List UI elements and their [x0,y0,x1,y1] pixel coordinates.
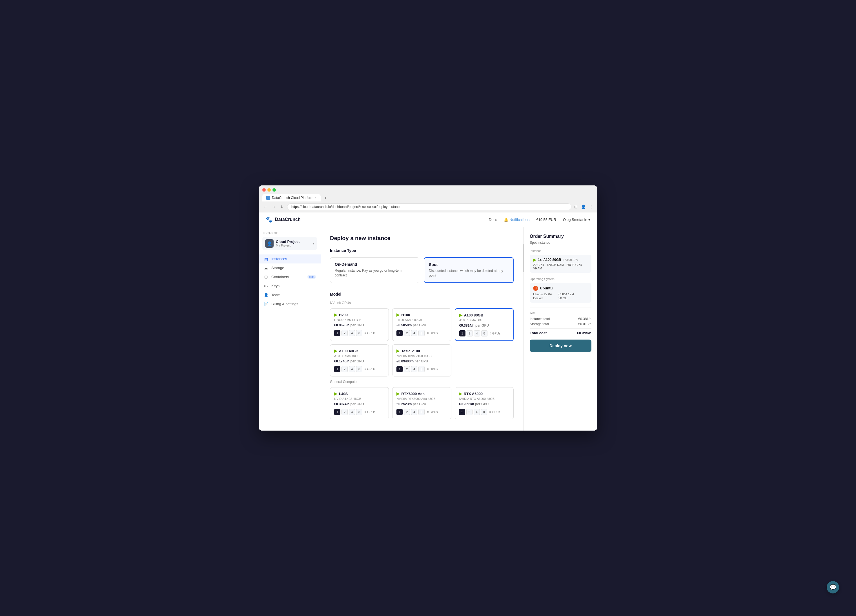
sidebar-item-instances[interactable]: ▤ Instances [259,254,321,263]
h200-sub: H200 SXM5 141GB [334,318,385,322]
sidebar-item-billing[interactable]: 📄 Billing & settings [259,300,321,308]
forward-button[interactable]: → [271,204,277,209]
keys-icon: 🗝 [263,284,268,288]
app-header: 🐾 DataCrunch Docs 🔔 Notifications €19.55… [259,213,597,227]
a100-40gb-gpu-2[interactable]: 2 [342,366,348,372]
minimize-button[interactable] [267,188,271,192]
chat-button[interactable]: 💬 [827,581,839,593]
sidebar-item-storage[interactable]: ☁ Storage [259,263,321,273]
new-tab-button[interactable]: + [322,194,329,202]
l40s-gpu-2[interactable]: 2 [342,409,348,415]
order-os-section: Operating System U Ubuntu Ubuntu 22.04 D… [530,277,591,303]
docs-link[interactable]: Docs [489,217,497,222]
a100-40gb-gpu-4[interactable]: 4 [349,366,355,372]
storage-total-value: €0.013/h [578,322,591,326]
a100-80gb-gpu-4[interactable]: 4 [474,330,480,336]
sidebar-item-keys[interactable]: 🗝 Keys [259,282,321,291]
tesla-v100-gpu-2[interactable]: 2 [404,366,410,372]
h200-gpu-options: 1 2 4 8 # GPUs [334,330,385,336]
model-card-h100[interactable]: ▶ H100 H100 SXM5 80GB €0.5050/h per GPU … [392,308,451,341]
spot-desc: Discounted instance which may be deleted… [429,268,509,278]
order-os-label: Operating System [530,277,591,281]
project-selector[interactable]: 👤 Cloud Project My Project ▾ [262,237,317,250]
rtx6000-ada-gpu-4[interactable]: 4 [411,409,417,415]
tab-title: DataCrunch Cloud Platform [272,196,313,200]
h200-gpu-4[interactable]: 4 [349,330,355,336]
tesla-v100-gpu-options: 1 2 4 8 # GPUs [396,366,447,372]
refresh-button[interactable]: ↻ [279,204,285,209]
h200-name: H200 [339,313,348,317]
tesla-v100-gpu-4[interactable]: 4 [411,366,417,372]
a100-40gb-price: €0.1745/h per GPU [334,359,385,363]
main-content: Deploy a new instance Instance Type On-D… [321,227,523,431]
rtx6000-ada-gpu-1[interactable]: 1 [396,409,403,415]
rtx-a6000-sub: NVIDIA RTX A6000 48GB [459,397,510,400]
a100-80gb-gpu-1[interactable]: 1 [459,330,465,336]
tesla-v100-gpu-8[interactable]: 8 [419,366,425,372]
tesla-v100-gpu-1[interactable]: 1 [396,366,403,372]
model-card-tesla-v100[interactable]: ▶ Tesla V100 NVIDIA Tesla V100 16GB €0.0… [392,344,451,376]
ubuntu-icon: U [533,286,538,291]
model-card-rtx6000-ada[interactable]: ▶ RTX6000 Ada NVIDIA RTX6000 Ada 48GB €0… [392,387,451,419]
close-button[interactable] [262,188,266,192]
order-total-section: Total Instance total €0.381/h Storage to… [530,307,591,335]
notifications-link[interactable]: 🔔 Notifications [504,217,530,222]
model-card-a100-40gb[interactable]: ▶ A100 40GB A100 SXM4 40GB €0.1745/h per… [330,344,389,376]
on-demand-card[interactable]: On-Demand Regular instance. Pay as you g… [330,257,419,283]
model-card-l40s[interactable]: ▶ L40S NVIDIA L40S 48GB €0.3074/h per GP… [330,387,389,419]
menu-button[interactable]: ⋮ [589,204,594,209]
l40s-gpu-8[interactable]: 8 [356,409,362,415]
h200-gpu-8[interactable]: 8 [356,330,362,336]
deploy-now-button[interactable]: Deploy now [530,340,591,352]
extensions-button[interactable]: ⊞ [574,204,578,209]
a100-80gb-gpu-2[interactable]: 2 [466,330,473,336]
maximize-button[interactable] [273,188,276,192]
user-menu[interactable]: Oleg Smetanin ▾ [563,217,590,222]
instance-total-label: Instance total [530,317,550,321]
a100-40gb-gpu-1[interactable]: 1 [334,366,340,372]
model-card-a100-80gb[interactable]: ▶ A100 80GB A100 SXM4 80GB €0.3814/h per… [455,308,514,341]
model-card-h200[interactable]: ▶ H200 H200 SXM5 141GB €0.9620/h per GPU… [330,308,389,341]
a100-80gb-gpu-8[interactable]: 8 [481,330,488,336]
tesla-v100-gpu-label: # GPUs [427,368,438,371]
l40s-gpu-options: 1 2 4 8 # GPUs [334,409,385,415]
tesla-v100-sub: NVIDIA Tesla V100 16GB [396,354,447,357]
sidebar-item-team[interactable]: 👤 Team [259,291,321,300]
l40s-gpu-4[interactable]: 4 [349,409,355,415]
address-bar[interactable] [287,203,571,210]
order-os-col-1: Ubuntu 22.04 Docker [533,293,552,300]
a100-40gb-name: A100 40GB [339,349,359,353]
storage-total-label: Storage total [530,322,549,326]
order-instance-section: Instance ▶ 1x A100 80GB 1A100.22V 22 CPU… [530,249,591,273]
model-card-rtx-a6000[interactable]: ▶ RTX A6000 NVIDIA RTX A6000 48GB €0.209… [455,387,514,419]
spot-card[interactable]: Spot Discounted instance which may be de… [424,257,514,283]
h100-gpu-4[interactable]: 4 [411,330,417,336]
profile-button[interactable]: 👤 [580,204,587,209]
browser-traffic-lights [262,188,594,192]
header-nav: Docs 🔔 Notifications €19.55 EUR Oleg Sme… [489,217,590,222]
rtx6000-ada-gpu-8[interactable]: 8 [419,409,425,415]
rtx6000-ada-gpu-2[interactable]: 2 [404,409,410,415]
h100-gpu-2[interactable]: 2 [404,330,410,336]
a100-40gb-gpu-8[interactable]: 8 [356,366,362,372]
order-os-col-2: CUDA 12.4 50 GB [559,293,574,300]
h100-gpu-1[interactable]: 1 [396,330,403,336]
rtx-a6000-gpu-4[interactable]: 4 [474,409,480,415]
rtx-a6000-gpu-1[interactable]: 1 [459,409,465,415]
l40s-gpu-1[interactable]: 1 [334,409,340,415]
back-button[interactable]: ← [262,204,268,209]
h200-gpu-2[interactable]: 2 [342,330,348,336]
h100-gpu-8[interactable]: 8 [419,330,425,336]
active-tab[interactable]: DataCrunch Cloud Platform × [262,194,321,202]
browser-window: DataCrunch Cloud Platform × + ← → ↻ ⊞ 👤 … [259,185,597,431]
h200-gpu-1[interactable]: 1 [334,330,340,336]
order-instance-specs: 22 CPU · 120GB RAM · 80GB GPU VRAM [533,263,588,270]
a100-80gb-gpu-options: 1 2 4 8 # GPUs [459,330,509,336]
project-info: Cloud Project My Project [276,240,311,247]
tab-close-btn[interactable]: × [315,196,317,199]
chat-icon: 💬 [830,584,836,591]
a100-40gb-gpu-label: # GPUs [365,368,376,371]
rtx-a6000-gpu-8[interactable]: 8 [481,409,487,415]
sidebar-item-containers[interactable]: ⬡ Containers beta [259,273,321,282]
rtx-a6000-gpu-2[interactable]: 2 [466,409,473,415]
